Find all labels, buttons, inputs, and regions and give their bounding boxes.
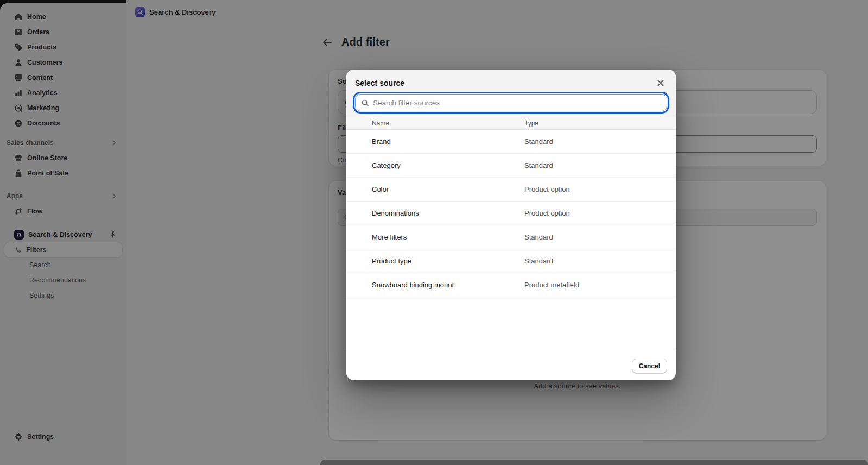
search-icon [361, 99, 369, 107]
close-icon [656, 78, 666, 88]
table-header: Name Type [346, 117, 676, 130]
modal-footer: Cancel [346, 351, 676, 380]
select-source-modal: Select source Name Type Brand Standard C… [346, 70, 676, 380]
table-row[interactable]: Category Standard [346, 154, 676, 178]
table-row[interactable]: Denominations Product option [346, 202, 676, 225]
table-row[interactable]: Snowboard binding mount Product metafiel… [346, 273, 676, 297]
source-list: Brand Standard Category Standard Color P… [346, 130, 676, 351]
modal-header: Select source [346, 70, 676, 117]
column-header-type: Type [524, 120, 538, 127]
table-row[interactable]: Color Product option [346, 178, 676, 202]
search-filter-sources-input[interactable] [373, 99, 661, 107]
table-row[interactable]: More filters Standard [346, 225, 676, 249]
modal-title: Select source [355, 79, 404, 87]
column-header-name: Name [346, 120, 524, 127]
modal-search-field [355, 94, 667, 111]
table-row[interactable]: Product type Standard [346, 249, 676, 273]
table-row[interactable]: Brand Standard [346, 130, 676, 154]
cancel-button[interactable]: Cancel [632, 359, 667, 374]
close-button[interactable] [654, 77, 667, 90]
